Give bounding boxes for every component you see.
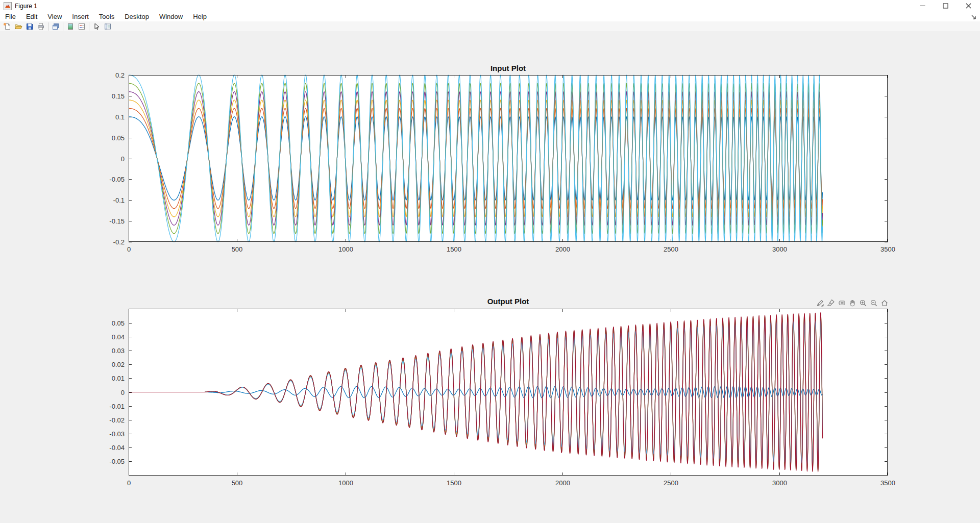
figure-canvas: 0500100015002000250030003500-0.2-0.15-0.… [0, 0, 980, 523]
toolbar-separator [89, 22, 89, 31]
x-tick-label: 0 [127, 479, 131, 487]
link-plot-button[interactable] [50, 22, 61, 32]
y-tick-label: 0.04 [112, 333, 125, 341]
y-tick-label: -0.1 [113, 196, 125, 204]
x-tick-label: 500 [232, 245, 243, 253]
pan-icon [848, 299, 856, 307]
restore-view-button[interactable] [880, 298, 889, 308]
insert-colorbar-button[interactable] [65, 22, 76, 32]
menu-bar: File Edit View Insert Tools Desktop Wind… [0, 12, 980, 21]
x-tick-label: 1500 [447, 245, 461, 253]
y-tick-label: 0 [121, 389, 125, 396]
axes-toolbar [816, 298, 891, 308]
property-inspector-button[interactable] [102, 22, 113, 32]
input-plot-title: Input Plot [129, 64, 888, 72]
x-tick-label: 3000 [772, 479, 787, 487]
restore-view-icon [880, 299, 889, 307]
y-tick-label: -0.03 [109, 430, 125, 438]
figure-window: 0500100015002000250030003500-0.2-0.15-0.… [0, 0, 980, 523]
toolbar-overflow-arrow-icon[interactable] [971, 14, 977, 20]
menu-item-edit[interactable]: Edit [21, 12, 42, 21]
maximize-button[interactable] [934, 0, 957, 12]
zoom-in-icon [859, 299, 867, 307]
link-plot-icon [52, 22, 60, 31]
figure-toolbar [0, 21, 980, 32]
x-tick-label: 0 [127, 245, 131, 253]
datatips-button[interactable] [837, 298, 846, 308]
maximize-icon [943, 3, 948, 9]
insert-colorbar-icon [66, 22, 75, 31]
y-tick-label: -0.02 [109, 416, 125, 424]
x-tick-label: 1000 [338, 245, 353, 253]
x-tick-label: 2000 [555, 245, 570, 253]
minimize-icon [920, 3, 925, 9]
x-tick-label: 2500 [664, 245, 678, 253]
x-tick-label: 2500 [664, 479, 678, 487]
y-tick-label: -0.05 [109, 176, 125, 183]
menu-item-desktop[interactable]: Desktop [119, 12, 154, 21]
x-tick-label: 2000 [555, 479, 570, 487]
matlab-logo-icon [4, 2, 12, 10]
y-tick-label: 0.05 [112, 319, 125, 327]
menu-item-view[interactable]: View [42, 12, 67, 21]
y-tick-label: 0.2 [115, 71, 125, 79]
zoom-in-button[interactable] [859, 298, 868, 308]
insert-legend-icon [78, 22, 86, 31]
y-tick-label: 0.01 [112, 375, 125, 382]
title-bar: Figure 1 [0, 0, 980, 12]
menu-item-help[interactable]: Help [188, 12, 212, 21]
new-figure-icon [3, 22, 11, 31]
export-icon [816, 299, 824, 307]
datatips-icon [838, 299, 846, 307]
pan-button[interactable] [848, 298, 857, 308]
zoom-out-button[interactable] [869, 298, 878, 308]
property-inspector-icon [104, 22, 112, 31]
toolbar-separator [63, 22, 63, 31]
new-figure-button[interactable] [2, 22, 13, 32]
print-figure-icon [37, 22, 45, 31]
window-controls [911, 0, 980, 12]
edit-plot-button[interactable] [91, 22, 102, 32]
y-tick-label: -0.2 [113, 238, 125, 246]
output-plot-title: Output Plot [129, 297, 888, 306]
zoom-out-icon [870, 299, 878, 307]
minimize-button[interactable] [911, 0, 934, 12]
y-tick-label: -0.01 [109, 403, 125, 410]
menu-item-tools[interactable]: Tools [94, 12, 119, 21]
x-tick-label: 3500 [880, 479, 895, 487]
toolbar-separator [48, 22, 48, 31]
x-tick-label: 1000 [338, 479, 353, 487]
y-tick-label: 0.1 [115, 113, 125, 121]
brush-button[interactable] [826, 298, 836, 308]
y-tick-label: 0.03 [112, 347, 125, 355]
x-tick-label: 500 [232, 479, 243, 487]
edit-plot-icon [92, 22, 101, 31]
close-button[interactable] [957, 0, 980, 12]
menu-item-insert[interactable]: Insert [67, 12, 94, 21]
y-tick-label: 0.02 [112, 361, 125, 368]
open-file-icon [14, 22, 22, 31]
save-figure-icon [26, 22, 34, 31]
y-tick-label: 0.05 [112, 134, 125, 142]
x-tick-label: 3000 [772, 245, 787, 253]
menu-item-window[interactable]: Window [154, 12, 188, 21]
y-tick-label: -0.15 [109, 217, 125, 225]
y-tick-label: 0.15 [112, 92, 125, 100]
brush-icon [827, 299, 835, 307]
x-tick-label: 3500 [880, 245, 895, 253]
open-file-button[interactable] [13, 22, 24, 32]
insert-legend-button[interactable] [76, 22, 87, 32]
export-button[interactable] [816, 298, 825, 308]
window-title: Figure 1 [15, 3, 37, 10]
close-icon [966, 3, 971, 9]
x-tick-label: 1500 [447, 479, 461, 487]
save-figure-button[interactable] [24, 22, 35, 32]
y-tick-label: -0.04 [109, 444, 125, 452]
print-figure-button[interactable] [35, 22, 46, 32]
y-tick-label: -0.05 [109, 458, 125, 465]
menu-item-file[interactable]: File [0, 12, 21, 21]
y-tick-label: 0 [121, 155, 125, 163]
